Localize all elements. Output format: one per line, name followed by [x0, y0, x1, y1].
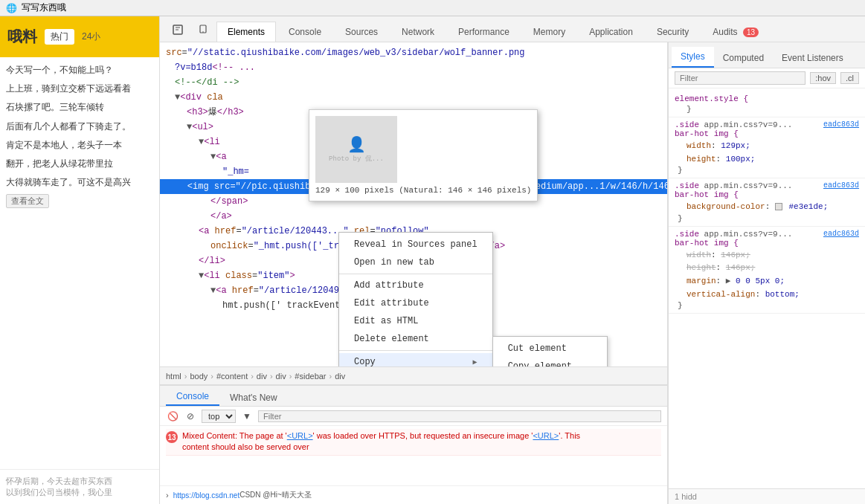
tab-audits[interactable]: Audits 13: [701, 22, 770, 42]
devtools-panel: Elements Console Sources Network Perform…: [160, 16, 865, 504]
styles-filter-input[interactable]: [675, 71, 805, 85]
dom-line: ▼<div cla: [160, 90, 667, 105]
menu-separator-2: [339, 350, 492, 351]
console-panel: Console What's New 🚫 ⊘ top ▼: [160, 385, 667, 504]
style-selector-1[interactable]: .side app.min.css?v=9...eadc863d bar-hot…: [675, 120, 859, 138]
style-prop-height-strike[interactable]: height: 146px;: [675, 262, 859, 275]
styles-hov-button[interactable]: :hov: [810, 72, 836, 84]
article-text-1: 今天写一个，不知能上吗？: [6, 63, 153, 77]
tab-sources[interactable]: Sources: [334, 22, 389, 42]
style-prop-margin[interactable]: margin: ▶ 0 0 5px 0;: [675, 275, 859, 288]
website-content: 今天写一个，不知能上吗？ 上上班，骑到立交桥下远远看着 石块摞了吧。三轮车倾转 …: [0, 57, 159, 469]
menu-item-reveal-sources[interactable]: Reveal in Sources panel: [339, 236, 492, 253]
console-input-bar[interactable]: › https://blog.csdn.net CSDN @Hi~晴天大圣: [160, 485, 667, 504]
console-tabs: Console What's New: [160, 386, 667, 407]
dom-breadcrumb: html › body › #content › div › div › #si…: [160, 366, 667, 385]
copy-submenu[interactable]: Cut element Copy element Paste element C…: [492, 336, 608, 366]
style-prop-vertical-align[interactable]: vertical-align: bottom;: [675, 288, 859, 302]
style-prop-height[interactable]: height: 100px;: [675, 153, 859, 167]
style-prop-bg-color[interactable]: background-color: #e3e1de;: [675, 201, 859, 214]
style-prop-width[interactable]: width: 129px;: [675, 140, 859, 153]
svg-point-2: [202, 31, 204, 33]
article-text-6: 翻开，把老人从绿花带里拉: [6, 157, 153, 171]
breadcrumb-html[interactable]: html: [166, 372, 181, 381]
tab-network[interactable]: Network: [390, 22, 446, 42]
read-more-button[interactable]: 查看全文: [6, 194, 49, 208]
submenu-item-copy-element[interactable]: Copy element: [493, 358, 607, 366]
style-selector-3[interactable]: .side app.min.css?v=9...eadc863d bar-hot…: [675, 230, 859, 248]
tab-console-bottom[interactable]: Console: [166, 388, 219, 406]
styles-cl-button[interactable]: .cl: [840, 72, 859, 84]
tab-performance[interactable]: Performance: [447, 22, 521, 42]
tab-memory[interactable]: Memory: [522, 22, 576, 42]
dom-line: src="//static.qiushibaike.com/images/web…: [160, 45, 667, 60]
breadcrumb-div2[interactable]: div: [276, 372, 286, 381]
comment-text-2: 以到我们公司当模特，我心里: [6, 487, 153, 498]
style-selector[interactable]: element.style {: [675, 94, 859, 103]
menu-item-open-tab[interactable]: Open in new tab: [339, 253, 492, 271]
dom-line: <!--</di -->: [160, 75, 667, 90]
menu-item-copy[interactable]: Copy ▶: [339, 353, 492, 366]
tab-application[interactable]: Application: [578, 22, 644, 42]
context-menu-container: Reveal in Sources panel Open in new tab …: [338, 232, 608, 366]
breadcrumb-body[interactable]: body: [190, 372, 208, 381]
tab-whats-new[interactable]: What's New: [219, 390, 288, 406]
breadcrumb-content[interactable]: #content: [216, 372, 248, 381]
breadcrumb-sidebar[interactable]: #sidebar: [295, 372, 326, 381]
menu-item-delete-element[interactable]: Delete element: [339, 330, 492, 348]
website-hot-button[interactable]: 热门: [45, 29, 74, 45]
tab-styles[interactable]: Styles: [672, 47, 714, 68]
styles-bottom: 1 hidd: [669, 488, 865, 504]
submenu-item-cut-element[interactable]: Cut element: [493, 340, 607, 358]
console-error-message: 13 Mixed Content: The page at '<URL>' wa…: [166, 429, 661, 456]
style-selector-2[interactable]: .side app.min.css?v=9...eadc863d bar-hot…: [675, 181, 859, 199]
style-close: }: [675, 105, 859, 114]
title-bar: 🌐 写写东西哦: [0, 0, 865, 16]
menu-item-edit-html[interactable]: Edit as HTML: [339, 312, 492, 330]
menu-item-edit-attr[interactable]: Edit attribute: [339, 294, 492, 312]
breadcrumb-div1[interactable]: div: [257, 372, 267, 381]
styles-body: element.style { } .side app.min.css?v=9.…: [669, 88, 865, 488]
dom-line: </a>: [160, 209, 667, 224]
dom-panel: src="//static.qiushibaike.com/images/web…: [160, 42, 668, 504]
console-body: 13 Mixed Content: The page at '<URL>' wa…: [160, 426, 667, 485]
tab-security[interactable]: Security: [646, 22, 700, 42]
preview-photo-label: Photo by 侃...: [329, 154, 384, 164]
tab-computed[interactable]: Computed: [714, 48, 773, 68]
website-footer: 怀孕后期，今天去超市买东西 以到我们公司当模特，我心里: [0, 469, 159, 504]
devtools-body: src="//static.qiushibaike.com/images/web…: [160, 42, 865, 504]
console-stop-button[interactable]: ⊘: [184, 410, 197, 423]
preview-image: 👤 Photo by 侃...: [315, 116, 397, 183]
console-filter-input[interactable]: [258, 410, 661, 422]
inspector-icon[interactable]: [166, 19, 190, 42]
color-swatch[interactable]: [775, 203, 782, 210]
style-prop-width-strike[interactable]: width: 146px;: [675, 249, 859, 262]
website-logo: 哦料: [7, 27, 37, 47]
console-context-select[interactable]: top: [202, 410, 236, 423]
tab-console[interactable]: Console: [277, 22, 332, 42]
dom-content[interactable]: src="//static.qiushibaike.com/images/web…: [160, 42, 667, 366]
styles-filter-bar: :hov .cl: [669, 68, 865, 88]
preview-dimensions: 129 × 100 pixels (Natural: 146 × 146 pix…: [315, 186, 531, 195]
devtools-tabs: Elements Console Sources Network Perform…: [160, 16, 865, 42]
style-rule-1: .side app.min.css?v=9...eadc863d bar-hot…: [669, 117, 865, 178]
article-text-7: 大得就骑车走了。可这不是高兴: [6, 175, 153, 190]
title-bar-icon: 🌐: [6, 3, 17, 13]
breadcrumb-div3[interactable]: div: [335, 372, 345, 381]
tab-event-listeners[interactable]: Event Listeners: [773, 48, 852, 68]
article-text-2: 上上班，骑到立交桥下远远看着: [6, 82, 153, 96]
dom-line: ?v=b18d<!-- ...: [160, 60, 667, 75]
console-dropdown-arrow[interactable]: ▼: [240, 410, 254, 423]
tab-elements[interactable]: Elements: [216, 22, 276, 42]
menu-item-add-attr[interactable]: Add attribute: [339, 277, 492, 294]
context-menu[interactable]: Reveal in Sources panel Open in new tab …: [338, 232, 493, 366]
console-clear-button[interactable]: 🚫: [166, 410, 179, 423]
console-prompt: ›: [166, 491, 169, 500]
image-preview-tooltip: 👤 Photo by 侃... 129 × 100 pixels (Natura…: [309, 109, 538, 201]
styles-hidden-count: 1 hidd: [675, 492, 697, 501]
style-rule-3: .side app.min.css?v=9...eadc863d bar-hot…: [669, 227, 865, 314]
title-bar-text: 写写东西哦: [22, 1, 66, 14]
comment-text-1: 怀孕后期，今天去超市买东西: [6, 476, 153, 487]
article-text-3: 石块摞了吧。三轮车倾转: [6, 100, 153, 114]
device-icon[interactable]: [191, 19, 215, 42]
